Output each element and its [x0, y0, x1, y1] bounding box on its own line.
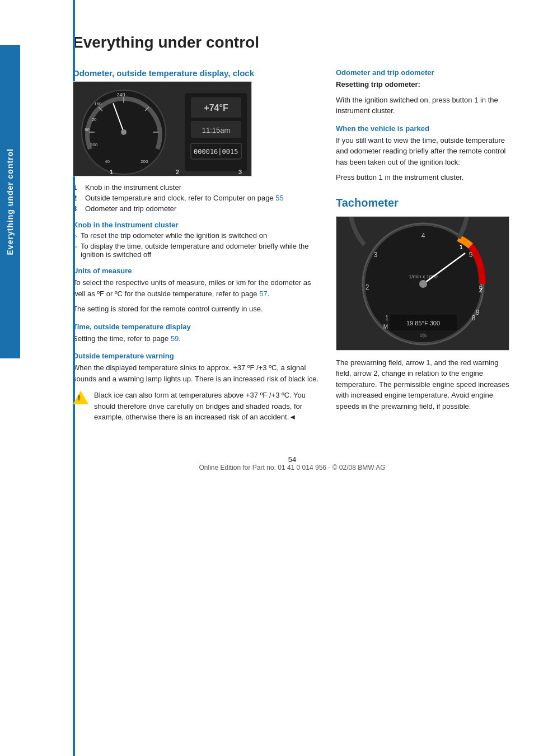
knob-bullet-list: ▷ To reset the trip odometer while the i…	[73, 231, 319, 259]
odometer-text: With the ignition switched on, press but…	[336, 95, 512, 116]
instrument-cluster-svg: 240 160 80 40 200 -20 300 +74°F	[73, 82, 252, 176]
list-item: 3 Odometer and trip odometer	[73, 204, 319, 213]
svg-text:4: 4	[421, 232, 425, 240]
right-column: Odometer and trip odometer Resetting tri…	[336, 68, 512, 433]
svg-text:40: 40	[105, 159, 110, 164]
left-column: Odometer, outside temperature display, c…	[73, 68, 319, 433]
main-content: Everything under control Odometer, outsi…	[28, 0, 534, 494]
svg-text:+74°F: +74°F	[204, 103, 228, 113]
knob-heading: Knob in the instrument cluster	[73, 221, 319, 229]
page-55-link[interactable]: 55	[275, 194, 283, 202]
knob-bullet-item: ▷ To display the time, outside temperatu…	[73, 242, 319, 259]
list-item: 1 Knob in the instrument cluster	[73, 183, 319, 192]
tachometer-text: The prewarning field, arrow 1, and the r…	[336, 357, 512, 412]
odometer-subhead: Resetting trip odometer:	[336, 79, 512, 90]
instrument-cluster-image: 240 160 80 40 200 -20 300 +74°F	[73, 81, 252, 176]
svg-text:160: 160	[94, 101, 102, 106]
warning-text: Black ice can also form at temperatures …	[94, 390, 319, 423]
svg-text:200: 200	[140, 159, 148, 164]
time-heading: Time, outside temperature display	[73, 323, 319, 331]
svg-text:0|5: 0|5	[420, 333, 427, 338]
page-number: 54	[288, 455, 296, 464]
parked-heading: When the vehicle is parked	[336, 124, 512, 133]
units-text2: The setting is stored for the remote con…	[73, 304, 319, 315]
outside-temp-text: When the displayed temperature sinks to …	[73, 362, 319, 384]
warning-box: Black ice can also form at temperatures …	[73, 390, 319, 427]
section-heading-odometer: Odometer, outside temperature display, c…	[73, 68, 319, 78]
svg-text:M: M	[383, 324, 388, 330]
units-heading: Units of measure	[73, 267, 319, 275]
svg-text:9: 9	[476, 309, 480, 316]
parked-text: If you still want to view the time, outs…	[336, 135, 512, 168]
units-text: To select the respective units of measur…	[73, 277, 319, 299]
svg-text:2: 2	[366, 283, 369, 291]
page-title: Everything under control	[73, 34, 512, 52]
svg-text:1: 1	[385, 314, 389, 322]
tachometer-heading: Tachometer	[336, 197, 512, 209]
parked-text2: Press button 1 in the instrument cluster…	[336, 172, 512, 183]
page-57-link[interactable]: 57	[259, 290, 267, 298]
svg-text:3: 3	[374, 251, 378, 259]
svg-text:000016|0015: 000016|0015	[194, 148, 238, 156]
svg-text:-20: -20	[90, 117, 97, 122]
time-text: Setting the time, refer to page 59.	[73, 333, 319, 344]
svg-text:2: 2	[176, 169, 179, 175]
svg-text:1: 1	[460, 244, 463, 250]
svg-text:3: 3	[238, 169, 242, 175]
tachometer-image: 1 2 3 4 5 6 M 8	[336, 216, 509, 351]
warning-triangle-container	[73, 391, 88, 404]
two-col-layout: Odometer, outside temperature display, c…	[73, 68, 512, 433]
side-tab: Everything under control	[0, 45, 20, 358]
warning-icon	[73, 391, 88, 404]
svg-text:2: 2	[479, 287, 483, 293]
list-item: 2 Outside temperature and clock, refer t…	[73, 194, 319, 202]
svg-text:1: 1	[110, 169, 113, 175]
svg-text:11:15am: 11:15am	[202, 126, 231, 134]
svg-text:8: 8	[472, 314, 476, 322]
svg-point-13	[121, 129, 127, 135]
svg-text:19   85°F   300: 19 85°F 300	[406, 320, 440, 326]
numbered-list: 1 Knob in the instrument cluster 2 Outsi…	[73, 183, 319, 213]
page-footer: 54 Online Edition for Part no. 01 41 0 0…	[73, 450, 512, 472]
knob-bullet-item: ▷ To reset the trip odometer while the i…	[73, 231, 319, 240]
side-tab-label: Everything under control	[6, 148, 15, 255]
svg-text:5: 5	[469, 251, 473, 259]
page-59-link[interactable]: 59	[171, 334, 179, 343]
odometer-heading: Odometer and trip odometer	[336, 68, 512, 77]
svg-text:240: 240	[116, 92, 125, 97]
tachometer-svg: 1 2 3 4 5 6 M 8	[336, 217, 509, 351]
copyright-text: Online Edition for Part no. 01 41 0 014 …	[199, 464, 385, 472]
svg-point-40	[419, 280, 427, 288]
svg-text:300: 300	[90, 142, 98, 147]
svg-text:80: 80	[85, 127, 90, 132]
outside-temp-heading: Outside temperature warning	[73, 352, 319, 360]
